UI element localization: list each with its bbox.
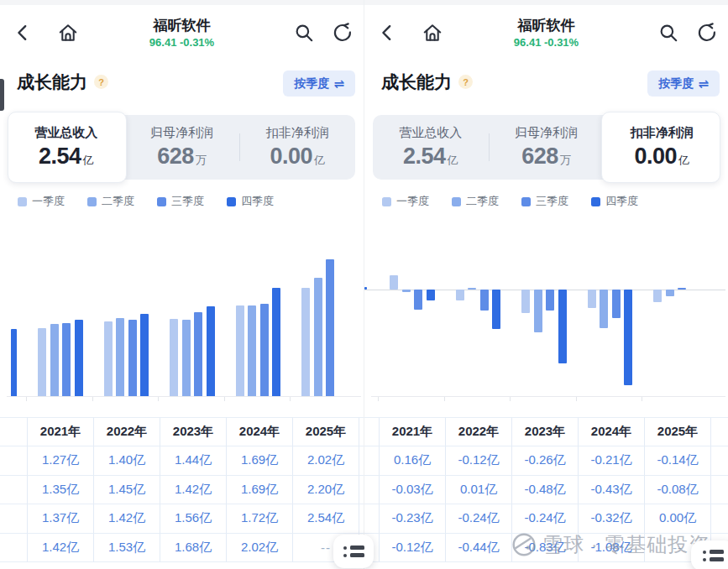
bar-2024-q3[interactable] (612, 290, 621, 318)
bar-2023-q2[interactable] (182, 320, 191, 397)
bar-2021-q1[interactable] (390, 275, 398, 290)
metric-value: 0.00 (270, 144, 312, 170)
axis-tick (378, 397, 379, 401)
table-cell: -0.48亿 (512, 476, 579, 505)
bar-2025-q3[interactable] (678, 288, 686, 290)
table-list-button[interactable] (691, 540, 728, 569)
help-icon[interactable]: ? (458, 75, 473, 89)
bar-2024-q4[interactable] (624, 290, 632, 385)
profit-bar-chart[interactable] (374, 225, 720, 397)
table-cell: -0.26亿 (512, 446, 579, 476)
search-icon[interactable] (293, 22, 315, 44)
bar-2022-q2[interactable] (468, 288, 476, 290)
table-cell: 1.72亿 (227, 504, 293, 534)
panel-non-gaap-profit: 福昕软件 96.41 -0.31% 成长能力 ? 按季度 ⇌ 营业总收入 2.5… (364, 0, 728, 569)
legend-swatch-icon (382, 197, 391, 206)
metric-tab-non-gaap-profit[interactable]: 扣非净利润 0.00亿 (239, 115, 355, 180)
bar-2022-q4[interactable] (140, 314, 149, 397)
legend-swatch-icon (157, 197, 166, 206)
metric-tab-net-profit[interactable]: 归母净利润 628万 (124, 115, 240, 180)
legend-label: 三季度 (536, 194, 568, 209)
bar-2025-q2[interactable] (666, 290, 674, 296)
section-title: 成长能力 (381, 70, 452, 94)
legend-item: 二季度 (452, 194, 499, 209)
legend-swatch-icon (591, 197, 600, 206)
help-icon[interactable]: ? (94, 75, 108, 89)
table-header-cell: 2022年 (94, 417, 160, 446)
bar-2021-q1[interactable] (38, 328, 46, 397)
bar-2024-q1[interactable] (588, 290, 596, 308)
legend-item: 二季度 (87, 194, 134, 209)
table-header-cell (711, 417, 728, 446)
table-cell (364, 504, 380, 534)
bar-2023-q2[interactable] (534, 290, 542, 332)
legend-label: 四季度 (605, 194, 638, 209)
bar-2022-q4[interactable] (492, 290, 500, 329)
bar-2023-q3[interactable] (546, 290, 554, 311)
bar-2024-q3[interactable] (260, 304, 269, 397)
table-cell: -0.32亿 (579, 504, 645, 534)
legend-swatch-icon (87, 197, 97, 206)
bar-2024-q2[interactable] (248, 305, 256, 397)
table-cell: 0.00亿 (645, 504, 711, 534)
financial-table-revenue[interactable]: 2021年2022年2023年2024年2025年1.27亿1.40亿1.44亿… (0, 417, 364, 569)
axis-tick (290, 397, 291, 401)
period-toggle-button[interactable]: 按季度 ⇌ (647, 70, 720, 97)
bar-2021-q4[interactable] (427, 290, 435, 300)
bar-2023-q1[interactable] (170, 319, 178, 397)
table-header-cell (364, 417, 380, 446)
bar-2022-q3[interactable] (128, 320, 137, 397)
bar-2021-q3[interactable] (62, 323, 71, 397)
bar-2022-q1[interactable] (456, 290, 464, 300)
bar-2024-q2[interactable] (600, 290, 608, 328)
refresh-icon[interactable] (332, 22, 354, 44)
table-cell (711, 476, 728, 505)
bar-2021-q2[interactable] (50, 324, 59, 397)
period-toggle-button[interactable]: 按季度 ⇌ (283, 70, 355, 97)
bar-partial[interactable] (11, 329, 17, 397)
legend-label: 二季度 (466, 194, 499, 209)
search-icon[interactable] (657, 22, 679, 44)
bar-2022-q2[interactable] (116, 318, 124, 397)
axis-tick (224, 397, 225, 401)
table-cell: 1.27亿 (28, 446, 94, 476)
bar-2021-q3[interactable] (414, 290, 422, 310)
table-cell (0, 504, 28, 534)
refresh-icon[interactable] (696, 22, 718, 44)
xueqiu-logo-icon (511, 532, 537, 557)
bar-2025-q2[interactable] (314, 278, 322, 397)
bar-2021-q2[interactable] (402, 290, 411, 292)
table-cell: 1.69亿 (227, 446, 293, 476)
axis-tick (92, 397, 93, 401)
table-cell: 2.02亿 (293, 446, 359, 476)
bar-2023-q4[interactable] (207, 306, 215, 397)
bar-2025-q3[interactable] (326, 259, 334, 397)
bar-partial[interactable] (364, 287, 367, 290)
metric-tab-total-revenue[interactable]: 营业总收入 2.54亿 (373, 115, 489, 180)
section-title: 成长能力 (17, 70, 87, 94)
bar-2023-q4[interactable] (558, 290, 567, 363)
metric-tab-net-profit[interactable]: 归母净利润 628万 (489, 115, 605, 180)
revenue-bar-chart[interactable] (10, 225, 356, 397)
table-list-button[interactable] (333, 535, 374, 568)
bar-2024-q1[interactable] (236, 305, 244, 397)
bar-2023-q3[interactable] (194, 312, 202, 397)
metric-tabs: 营业总收入 2.54亿 归母净利润 628万 扣非净利润 0.00亿 (8, 115, 355, 180)
table-cell: 1.42亿 (94, 504, 160, 534)
table-header-cell: 2024年 (579, 417, 645, 446)
legend-label: 二季度 (102, 194, 134, 209)
bar-2021-q4[interactable] (75, 320, 83, 397)
bar-2025-q1[interactable] (653, 290, 662, 302)
legend-label: 三季度 (171, 194, 204, 209)
bar-2023-q1[interactable] (521, 290, 530, 313)
metric-tab-non-gaap-profit[interactable]: 扣非净利润 0.00亿 (604, 115, 720, 180)
legend-item: 四季度 (227, 194, 274, 209)
metric-value: 0.00 (634, 144, 677, 170)
bar-2022-q3[interactable] (480, 290, 489, 311)
swap-arrows-icon: ⇌ (333, 76, 344, 91)
bar-2022-q1[interactable] (104, 321, 113, 397)
bar-2025-q1[interactable] (301, 288, 310, 397)
metric-unit: 万 (560, 153, 571, 168)
bar-2024-q4[interactable] (272, 288, 280, 397)
metric-tab-total-revenue[interactable]: 营业总收入 2.54亿 (8, 115, 124, 180)
